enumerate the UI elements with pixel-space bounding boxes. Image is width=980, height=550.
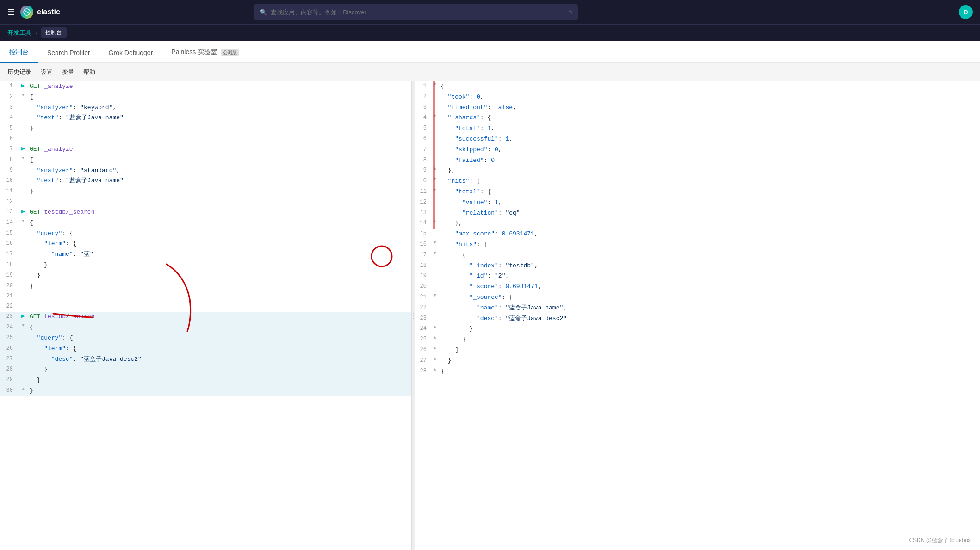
output-line-15: 15 "max_score": 0.6931471, xyxy=(415,229,980,240)
tab-grok-debugger[interactable]: Grok Debugger xyxy=(99,43,162,63)
run-btn-13[interactable]: ▶ xyxy=(19,207,28,217)
editor-panel[interactable]: 1 ▶ GET _analyze 2 ▼ { 3 "analyzer": "ke… xyxy=(0,81,412,550)
output-line-6: 6 "successful": 1, xyxy=(415,134,980,145)
user-avatar[interactable]: D xyxy=(959,5,973,19)
editor-line-6: 6 xyxy=(0,134,411,144)
editor-line-21: 21 xyxy=(0,291,411,302)
top-navigation-bar: ☰ elastic 🔍 ^/ D xyxy=(0,0,980,24)
output-line-9: 9 ▲ }, xyxy=(415,166,980,176)
editor-line-3: 3 "analyzer": "keyword", xyxy=(0,103,411,113)
editor-toolbar: 历史记录 设置 变量 帮助 xyxy=(0,63,980,81)
editor-line-4: 4 "text": "蓝盒子Java name" xyxy=(0,113,411,124)
output-line-11: 11 ▼ "total": { xyxy=(415,187,980,198)
editor-line-16: 16 "term": { xyxy=(0,239,411,249)
watermark: CSDN @蓝盒子itbluebox xyxy=(909,537,971,544)
logo-text: elastic xyxy=(37,8,60,16)
editor-line-30: 30 ▲ } xyxy=(0,386,411,396)
toolbar-history[interactable]: 历史记录 xyxy=(7,68,31,76)
output-line-28: 28 ▲ } xyxy=(415,366,980,377)
output-line-25: 25 ▲ } xyxy=(415,334,980,345)
editor-line-14: 14 ▼ { xyxy=(0,218,411,229)
editor-line-1: 1 ▶ GET _analyze xyxy=(0,81,411,92)
hamburger-menu-icon[interactable]: ☰ xyxy=(7,7,15,17)
output-line-8: 8 "failed": 0 xyxy=(415,155,980,166)
editor-line-19: 19 } xyxy=(0,271,411,281)
global-search-bar[interactable]: 🔍 ^/ xyxy=(254,4,578,20)
elastic-logo[interactable]: elastic xyxy=(20,6,60,19)
output-line-5: 5 "total": 1, xyxy=(415,124,980,134)
editor-line-22: 22 xyxy=(0,302,411,312)
main-content: 1 ▶ GET _analyze 2 ▼ { 3 "analyzer": "ke… xyxy=(0,81,980,550)
output-line-2: 2 "took": 0, xyxy=(415,92,980,103)
tab-console[interactable]: 控制台 xyxy=(0,43,38,63)
elastic-logo-icon xyxy=(20,6,33,19)
editor-line-2: 2 ▼ { xyxy=(0,92,411,103)
output-line-23: 23 "desc": "蓝盒子Java desc2" xyxy=(415,314,980,324)
toolbar-settings[interactable]: 设置 xyxy=(41,68,53,76)
output-line-10: 10 ▼ "hits": { xyxy=(415,176,980,187)
output-line-19: 19 "_id": "2", xyxy=(415,271,980,282)
painless-badge: 公测版 xyxy=(221,49,239,56)
top-bar-right: D xyxy=(959,5,973,19)
output-line-13: 13 "relation": "eq" xyxy=(415,208,980,219)
output-line-21: 21 ▼ "_source": { xyxy=(415,292,980,303)
editor-line-15: 15 "query": { xyxy=(0,229,411,239)
output-line-14: 14 ▲ }, xyxy=(415,218,980,229)
output-line-4: 4 ▼ "_shards": { xyxy=(415,113,980,124)
output-line-20: 20 "_score": 0.6931471, xyxy=(415,282,980,292)
editor-line-17: 17 "name": "蓝" xyxy=(0,249,411,260)
editor-line-28: 28 } xyxy=(0,365,411,375)
editor-line-26: 26 "term": { xyxy=(0,344,411,354)
output-line-18: 18 "_index": "testdb", xyxy=(415,261,980,272)
run-btn-7[interactable]: ▶ xyxy=(19,144,28,154)
breadcrumb-devtools[interactable]: 开发工具 xyxy=(7,29,31,37)
tab-painless[interactable]: Painless 实验室 公测版 xyxy=(162,43,248,63)
editor-line-9: 9 "analyzer": "standard", xyxy=(0,166,411,176)
editor-line-7: 7 ▶ GET _analyze xyxy=(0,144,411,155)
code-editor[interactable]: 1 ▶ GET _analyze 2 ▼ { 3 "analyzer": "ke… xyxy=(0,81,411,550)
run-btn-1[interactable]: ▶ xyxy=(19,81,28,91)
editor-line-12: 12 xyxy=(0,197,411,207)
output-line-26: 26 ▲ ] xyxy=(415,345,980,356)
editor-line-18: 18 } xyxy=(0,260,411,271)
output-line-3: 3 "timed_out": false, xyxy=(415,103,980,113)
breadcrumb-bar: 开发工具 › 控制台 xyxy=(0,24,980,41)
tab-search-profiler[interactable]: Search Profiler xyxy=(38,43,99,63)
output-line-7: 7 "skipped": 0, xyxy=(415,145,980,155)
editor-line-10: 10 "text": "蓝盒子Java name" xyxy=(0,176,411,186)
search-shortcut: ^/ xyxy=(569,9,572,15)
toolbar-help[interactable]: 帮助 xyxy=(83,68,95,76)
editor-line-24: 24 ▼ { xyxy=(0,322,411,333)
output-line-27: 27 ▲ } xyxy=(415,356,980,366)
output-panel[interactable]: 1 ▼ { 2 "took": 0, 3 "timed_out": false,… xyxy=(415,81,980,550)
tab-bar: 控制台 Search Profiler Grok Debugger Painle… xyxy=(0,41,980,63)
editor-line-29: 29 } xyxy=(0,375,411,386)
editor-line-25: 25 "query": { xyxy=(0,333,411,344)
output-line-22: 22 "name": "蓝盒子Java name", xyxy=(415,303,980,314)
output-line-1: 1 ▼ { xyxy=(415,81,980,92)
editor-line-11: 11 } xyxy=(0,186,411,197)
editor-line-27: 27 "desc": "蓝盒子Java desc2" xyxy=(0,354,411,365)
toolbar-variables[interactable]: 变量 xyxy=(62,68,74,76)
editor-line-23: 23 ▶ GET testdb/_search xyxy=(0,312,411,322)
editor-line-5: 5 } xyxy=(0,124,411,134)
breadcrumb-current: 控制台 xyxy=(41,27,67,38)
output-line-12: 12 "value": 1, xyxy=(415,198,980,208)
breadcrumb-separator: › xyxy=(35,30,37,36)
search-icon: 🔍 xyxy=(260,9,267,16)
output-line-16: 16 ▼ "hits": [ xyxy=(415,240,980,250)
output-line-24: 24 ▲ } xyxy=(415,324,980,334)
output-line-17: 17 ▼ { xyxy=(415,250,980,261)
top-bar-left: ☰ elastic xyxy=(7,6,60,19)
run-btn-23[interactable]: ▶ xyxy=(19,312,28,321)
editor-line-8: 8 ▼ { xyxy=(0,155,411,166)
search-input[interactable] xyxy=(271,9,565,16)
editor-line-20: 20 } xyxy=(0,281,411,292)
editor-line-13: 13 ▶ GET testdb/_search xyxy=(0,207,411,218)
